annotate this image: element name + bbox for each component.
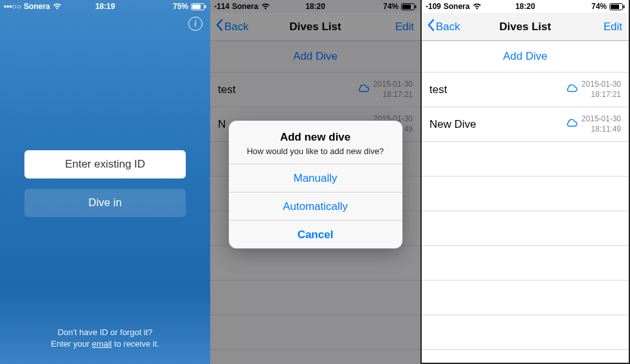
clock: 18:19: [95, 2, 115, 11]
wifi-icon: [473, 3, 482, 10]
screen-dives-list: -109 Sonera 18:20 74% Back Dives List Ed…: [420, 0, 630, 364]
dive-time: 18:11:49: [591, 125, 621, 135]
footer-hint: Don't have ID or forgot it? Enter your e…: [0, 327, 210, 350]
screen-dives-list-alert: -114 Sonera 18:20 74% Back Dives List Ed…: [210, 0, 420, 364]
svg-rect-8: [624, 5, 625, 8]
signal-strength: -109: [426, 2, 441, 11]
svg-rect-7: [611, 4, 619, 9]
dive-time: 18:17:21: [591, 90, 621, 100]
list-separator: [422, 281, 629, 315]
status-bar: -109 Sonera 18:20 74%: [422, 0, 629, 13]
list-separator: [422, 177, 629, 211]
list-separator: [422, 142, 629, 177]
add-dive-alert: Add new dive How would you like to add n…: [229, 121, 402, 248]
edit-button[interactable]: Edit: [604, 21, 622, 33]
table-row[interactable]: test 2015-01-30 18:17:21: [422, 73, 629, 107]
footer-line2: Enter your email to receive it.: [0, 338, 210, 350]
back-label: Back: [436, 21, 460, 33]
enter-existing-id-button[interactable]: Enter existing ID: [24, 150, 186, 178]
battery-pct: 75%: [173, 2, 188, 11]
cloud-icon: [565, 83, 578, 96]
chevron-left-icon: [427, 19, 435, 35]
alert-title: Add new dive: [238, 131, 393, 144]
svg-rect-1: [192, 4, 201, 9]
cloud-icon: [565, 118, 578, 130]
info-icon[interactable]: i: [188, 17, 203, 31]
nav-bar: Back Dives List Edit: [422, 13, 629, 41]
alert-message: How would you like to add new dive?: [238, 146, 393, 156]
list-separator: [422, 315, 629, 350]
screen-login: •••○○ Sonera 18:19 75% i Enter existing …: [0, 0, 210, 364]
back-button[interactable]: Back: [427, 19, 460, 35]
add-dive-button[interactable]: Add Dive: [422, 41, 629, 73]
battery-icon: [191, 3, 206, 10]
alert-cancel-button[interactable]: Cancel: [229, 220, 402, 248]
dive-in-button[interactable]: Dive in: [24, 189, 186, 217]
alert-option-manually[interactable]: Manually: [229, 164, 402, 192]
dive-name: New Dive: [429, 118, 565, 131]
status-bar: •••○○ Sonera 18:19 75%: [0, 0, 210, 13]
table-row[interactable]: New Dive 2015-01-30 18:11:49: [422, 107, 629, 142]
signal-dots: •••○○: [4, 2, 21, 11]
email-link[interactable]: email: [92, 339, 112, 349]
dive-date: 2015-01-30: [582, 80, 621, 90]
carrier-label: Sonera: [24, 2, 50, 11]
dive-date: 2015-01-30: [582, 114, 621, 125]
wifi-icon: [53, 3, 62, 10]
battery-pct: 74%: [591, 2, 607, 11]
list-separator: [422, 246, 629, 281]
alert-option-automatically[interactable]: Automatically: [229, 192, 402, 220]
battery-icon: [609, 3, 625, 10]
dive-name: test: [429, 83, 565, 96]
footer-line1: Don't have ID or forgot it?: [0, 327, 210, 338]
list-separator: [422, 211, 629, 246]
svg-rect-2: [205, 5, 206, 8]
carrier-label: Sonera: [444, 2, 470, 11]
clock: 18:20: [516, 2, 536, 11]
